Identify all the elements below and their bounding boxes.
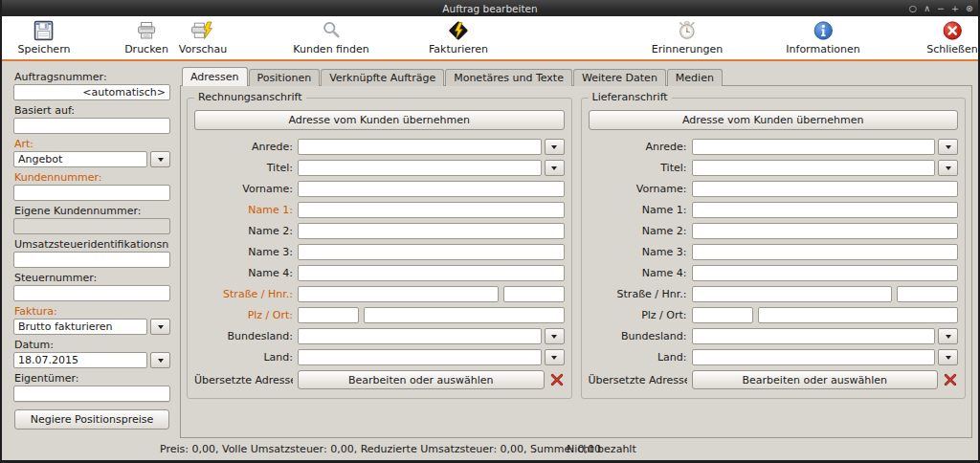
toolbar-invoice-button[interactable]: Fakturieren bbox=[429, 19, 488, 55]
based-on-input[interactable] bbox=[13, 118, 170, 134]
toolbar-close-button[interactable]: Schließen bbox=[926, 19, 978, 55]
billing-state-input[interactable] bbox=[298, 328, 542, 344]
tab-positionen[interactable]: Positionen bbox=[249, 69, 321, 86]
billing-mode-dropdown-button[interactable] bbox=[150, 319, 170, 335]
shipping-title-combobox bbox=[692, 160, 959, 176]
window-shade-button[interactable]: ∧ bbox=[924, 4, 930, 13]
vat-id-input[interactable] bbox=[13, 252, 170, 268]
billing-street-label: Straße / Hnr.: bbox=[194, 288, 293, 300]
negate-position-prices-button[interactable]: Negiere Positionspreise bbox=[14, 409, 169, 430]
toolbar-print-button[interactable]: Drucken bbox=[124, 19, 168, 55]
main-panel: AdressenPositionenVerknüpfte AufträgeMon… bbox=[176, 61, 978, 438]
billing-salutation-input[interactable] bbox=[298, 139, 542, 155]
date-combobox bbox=[13, 352, 170, 368]
billing-mode-input[interactable] bbox=[13, 319, 147, 335]
type-dropdown-button[interactable] bbox=[150, 151, 170, 167]
billing-street-2-input[interactable] bbox=[503, 286, 565, 302]
tab-weitere-daten[interactable]: Weitere Daten bbox=[573, 69, 666, 86]
billing-country-combobox bbox=[298, 349, 565, 365]
shipping-title-dropdown-button[interactable] bbox=[938, 160, 958, 176]
billing-salutation-dropdown-button[interactable] bbox=[545, 139, 565, 155]
billing-name3-input[interactable] bbox=[298, 244, 565, 260]
shipping-state-input[interactable] bbox=[692, 328, 936, 344]
billing-title-dropdown-button[interactable] bbox=[545, 160, 565, 176]
toolbar-save-button[interactable]: Speichern bbox=[18, 19, 71, 55]
customer-number-input[interactable] bbox=[13, 185, 170, 201]
billing-name4-label: Name 4: bbox=[194, 267, 293, 279]
toolbar-preview-button[interactable]: Vorschau bbox=[179, 19, 227, 55]
billing-title-combobox bbox=[298, 160, 565, 176]
based-on-label: Basiert auf: bbox=[14, 104, 169, 116]
shipping-name3-input[interactable] bbox=[692, 244, 959, 260]
toolbar-close-label: Schließen bbox=[926, 43, 978, 55]
shipping-country-dropdown-button[interactable] bbox=[938, 349, 958, 365]
window-sticky-button[interactable]: ○ bbox=[909, 4, 917, 13]
tab-monetäres-und-texte[interactable]: Monetäres und Texte bbox=[445, 69, 572, 86]
shipping-street-1-input[interactable] bbox=[692, 286, 893, 302]
billing-country-label: Land: bbox=[194, 351, 293, 364]
order-number-input[interactable] bbox=[13, 84, 170, 100]
shipping-first-name-input[interactable] bbox=[692, 181, 959, 197]
type-input[interactable] bbox=[13, 151, 147, 167]
billing-mode-label: Faktura: bbox=[14, 305, 169, 317]
shipping-name1-input[interactable] bbox=[692, 202, 959, 218]
toolbar-print-label: Drucken bbox=[124, 43, 168, 55]
billing-zip-city-1-input[interactable] bbox=[298, 307, 359, 323]
window-maximize-button[interactable]: + bbox=[951, 4, 959, 13]
billing-state-dropdown-button[interactable] bbox=[545, 328, 565, 344]
window-close-button[interactable]: ⊗ bbox=[966, 4, 973, 13]
print-icon bbox=[135, 19, 158, 42]
toolbar-reminders-button[interactable]: Erinnerungen bbox=[652, 19, 723, 55]
billing-first-name-input[interactable] bbox=[298, 181, 565, 197]
tax-number-input[interactable] bbox=[13, 285, 170, 301]
info-icon bbox=[812, 19, 835, 42]
billing-address-group-title: Rechnungsanschrift bbox=[194, 91, 306, 103]
tab-verknüpfte-aufträge[interactable]: Verknüpfte Aufträge bbox=[321, 69, 444, 86]
shipping-street-2-input[interactable] bbox=[897, 286, 958, 302]
owner-input[interactable] bbox=[13, 386, 170, 402]
shipping-translated-address-label: Übersetzte Adresse: bbox=[589, 374, 687, 386]
billing-street-1-input[interactable] bbox=[298, 286, 499, 302]
date-input[interactable] bbox=[13, 352, 147, 368]
billing-translated-address-delete-x-icon[interactable] bbox=[549, 372, 565, 387]
shipping-salutation-input[interactable] bbox=[692, 139, 936, 155]
chevron-down-icon bbox=[158, 325, 164, 329]
billing-translated-address-edit-button[interactable]: Bearbeiten oder auswählen bbox=[298, 370, 545, 389]
owner-label: Eigentümer: bbox=[14, 372, 169, 384]
billing-name2-input[interactable] bbox=[298, 223, 565, 239]
shipping-translated-address-edit-button[interactable]: Bearbeiten oder auswählen bbox=[692, 370, 939, 389]
billing-copy-address-from-customer-button[interactable]: Adresse vom Kunden übernehmen bbox=[194, 110, 565, 130]
shipping-salutation-dropdown-button[interactable] bbox=[938, 139, 958, 155]
billing-zip-city-label: Plz / Ort: bbox=[194, 309, 293, 321]
chevron-down-icon bbox=[551, 145, 557, 149]
shipping-state-dropdown-button[interactable] bbox=[938, 328, 958, 344]
toolbar-information-button[interactable]: Informationen bbox=[786, 19, 859, 55]
billing-country-dropdown-button[interactable] bbox=[545, 349, 565, 365]
shipping-name2-input[interactable] bbox=[692, 223, 959, 239]
shipping-zip-city-1-input[interactable] bbox=[692, 307, 753, 323]
shipping-name4-input[interactable] bbox=[692, 265, 959, 281]
tab-medien[interactable]: Medien bbox=[667, 69, 723, 86]
billing-title-input[interactable] bbox=[298, 160, 542, 176]
window-minimize-button[interactable]: − bbox=[937, 4, 945, 13]
shipping-copy-address-from-customer-button[interactable]: Adresse vom Kunden übernehmen bbox=[589, 110, 959, 130]
shipping-country-combobox bbox=[692, 349, 959, 365]
shipping-zip-city-2-input[interactable] bbox=[758, 307, 959, 323]
content-area: Auftragsnummer:Basiert auf:Art:Kundennum… bbox=[2, 61, 978, 438]
shipping-translated-address-delete-x-icon[interactable] bbox=[943, 372, 958, 387]
shipping-country-label: Land: bbox=[589, 351, 687, 364]
billing-title-label: Titel: bbox=[194, 162, 293, 174]
shipping-title-input[interactable] bbox=[692, 160, 936, 176]
billing-name1-input[interactable] bbox=[298, 202, 565, 218]
tab-adressen[interactable]: Adressen bbox=[182, 67, 248, 86]
toolbar-preview-label: Vorschau bbox=[179, 43, 227, 55]
date-dropdown-button[interactable] bbox=[150, 352, 170, 368]
toolbar-find-customers-button[interactable]: Kunden finden bbox=[293, 19, 368, 55]
billing-country-input[interactable] bbox=[298, 349, 542, 365]
chevron-down-icon bbox=[946, 356, 951, 360]
billing-salutation-combobox bbox=[298, 139, 565, 155]
shipping-country-input[interactable] bbox=[692, 349, 936, 365]
billing-name4-input[interactable] bbox=[298, 265, 565, 281]
billing-zip-city-2-input[interactable] bbox=[364, 307, 565, 323]
toolbar-reminders-label: Erinnerungen bbox=[652, 43, 723, 55]
